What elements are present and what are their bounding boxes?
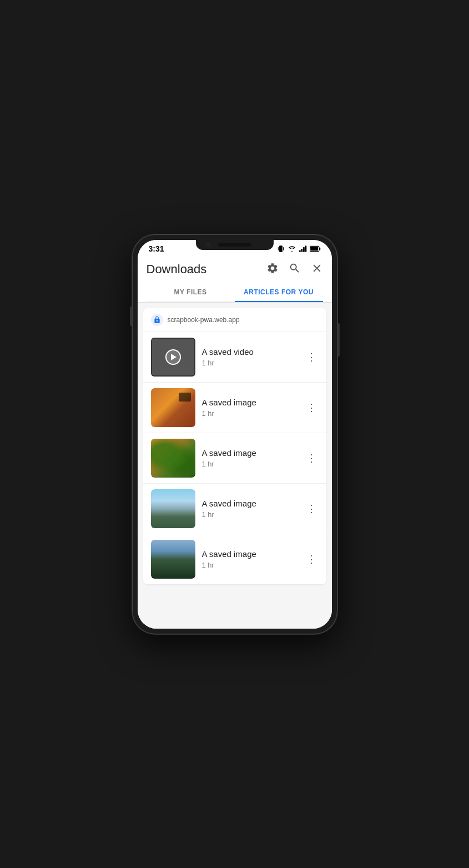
item-title-3: A saved image <box>202 448 297 458</box>
svg-rect-6 <box>305 245 306 252</box>
item-menu-3[interactable]: ⋮ <box>304 450 319 466</box>
item-thumbnail-green <box>151 439 195 478</box>
green-thumbnail <box>151 439 195 478</box>
phone-frame: 3:31 <box>132 234 337 634</box>
item-title-5: A saved image <box>202 549 297 559</box>
status-time: 3:31 <box>149 244 164 253</box>
item-meta-3: 1 hr <box>202 460 297 468</box>
list-item[interactable]: A saved image 1 hr ⋮ <box>143 484 326 534</box>
app-header: Downloads MY FILES <box>138 255 332 303</box>
item-thumbnail-city <box>151 540 195 579</box>
signal-icon <box>299 245 307 252</box>
item-meta-5: 1 hr <box>202 561 297 569</box>
source-header: scrapbook-pwa.web.app <box>143 308 326 332</box>
play-circle <box>165 349 181 365</box>
settings-icon[interactable] <box>266 262 279 277</box>
list-item[interactable]: A saved video 1 hr ⋮ <box>143 332 326 383</box>
svg-rect-0 <box>279 245 283 252</box>
play-triangle <box>171 354 176 360</box>
phone-screen: 3:31 <box>138 240 332 629</box>
city-thumbnail <box>151 540 195 579</box>
svg-rect-5 <box>303 247 305 252</box>
camera-dot <box>206 243 210 247</box>
svg-rect-8 <box>319 247 320 250</box>
item-title-4: A saved image <box>202 499 297 508</box>
source-card: scrapbook-pwa.web.app A saved video 1 hr <box>143 308 326 584</box>
landscape-thumbnail <box>151 489 195 528</box>
svg-rect-2 <box>283 247 284 250</box>
item-meta-4: 1 hr <box>202 510 297 519</box>
item-thumbnail-video <box>151 338 195 377</box>
vibrate-icon <box>277 245 285 253</box>
item-info-3: A saved image 1 hr <box>202 448 297 468</box>
item-info-2: A saved image 1 hr <box>202 398 297 418</box>
content-area[interactable]: scrapbook-pwa.web.app A saved video 1 hr <box>138 303 332 629</box>
app-title: Downloads <box>147 262 207 277</box>
item-menu-1[interactable]: ⋮ <box>304 349 319 365</box>
search-icon[interactable] <box>289 262 301 277</box>
source-icon <box>151 314 163 326</box>
item-info-5: A saved image 1 hr <box>202 549 297 569</box>
source-name: scrapbook-pwa.web.app <box>168 316 240 324</box>
header-icons <box>266 262 323 277</box>
item-title-2: A saved image <box>202 398 297 407</box>
svg-rect-3 <box>299 250 301 252</box>
item-thumbnail-orange <box>151 388 195 427</box>
battery-icon <box>310 245 321 252</box>
orange-thumbnail <box>151 388 195 427</box>
svg-rect-1 <box>278 247 278 250</box>
list-item[interactable]: A saved image 1 hr ⋮ <box>143 433 326 484</box>
svg-rect-4 <box>301 249 302 252</box>
video-thumbnail <box>151 338 195 377</box>
svg-rect-9 <box>310 247 318 250</box>
item-menu-4[interactable]: ⋮ <box>304 500 319 517</box>
side-button-left <box>130 307 132 326</box>
side-button-right <box>337 323 340 357</box>
speaker <box>218 243 251 247</box>
item-meta-1: 1 hr <box>202 359 297 367</box>
close-icon[interactable] <box>311 262 323 277</box>
notch <box>196 240 274 250</box>
item-menu-2[interactable]: ⋮ <box>304 399 319 416</box>
list-item[interactable]: A saved image 1 hr ⋮ <box>143 383 326 433</box>
tab-my-files[interactable]: MY FILES <box>147 283 235 302</box>
item-title-1: A saved video <box>202 347 297 357</box>
item-menu-5[interactable]: ⋮ <box>304 551 319 568</box>
wifi-icon <box>288 245 296 252</box>
item-thumbnail-landscape <box>151 489 195 528</box>
list-item[interactable]: A saved image 1 hr ⋮ <box>143 534 326 584</box>
tabs: MY FILES ARTICLES FOR YOU <box>147 283 323 302</box>
app-title-row: Downloads <box>147 262 323 283</box>
item-meta-2: 1 hr <box>202 409 297 418</box>
item-info-1: A saved video 1 hr <box>202 347 297 367</box>
tab-articles-for-you[interactable]: ARTICLES FOR YOU <box>235 283 323 302</box>
status-icons <box>277 245 321 253</box>
item-info-4: A saved image 1 hr <box>202 499 297 519</box>
